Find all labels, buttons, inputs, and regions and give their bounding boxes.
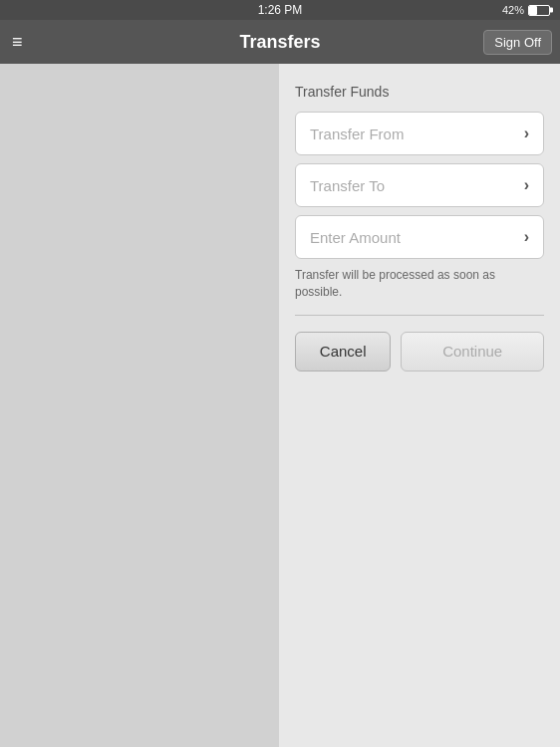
transfer-from-label: Transfer From <box>310 125 404 142</box>
transfer-from-row[interactable]: Transfer From › <box>295 112 544 155</box>
status-right: 42% <box>502 4 550 16</box>
divider <box>295 315 544 316</box>
enter-amount-label: Enter Amount <box>310 229 401 246</box>
continue-button: Continue <box>401 332 544 372</box>
status-time: 1:26 PM <box>258 3 303 17</box>
transfer-to-chevron: › <box>524 176 529 194</box>
notice-text: Transfer will be processed as soon as po… <box>295 267 544 301</box>
sign-off-button[interactable]: Sign Off <box>483 30 552 55</box>
cancel-button[interactable]: Cancel <box>295 332 391 372</box>
page-title: Transfers <box>239 32 320 53</box>
battery-fill <box>529 6 537 15</box>
right-panel: Transfer Funds Transfer From › Transfer … <box>279 64 560 747</box>
battery-icon <box>528 5 550 16</box>
button-row: Cancel Continue <box>295 332 544 372</box>
transfer-to-row[interactable]: Transfer To › <box>295 163 544 207</box>
transfer-from-chevron: › <box>524 124 529 142</box>
enter-amount-row[interactable]: Enter Amount › <box>295 215 544 259</box>
left-panel <box>0 64 279 747</box>
section-title: Transfer Funds <box>295 84 544 100</box>
battery-percent: 42% <box>502 4 524 16</box>
transfer-to-label: Transfer To <box>310 177 385 194</box>
enter-amount-chevron: › <box>524 228 529 246</box>
navbar: ≡ Transfers Sign Off <box>0 20 560 64</box>
menu-icon[interactable]: ≡ <box>12 33 23 51</box>
main-layout: Transfer Funds Transfer From › Transfer … <box>0 64 560 747</box>
status-bar: 1:26 PM 42% <box>0 0 560 20</box>
